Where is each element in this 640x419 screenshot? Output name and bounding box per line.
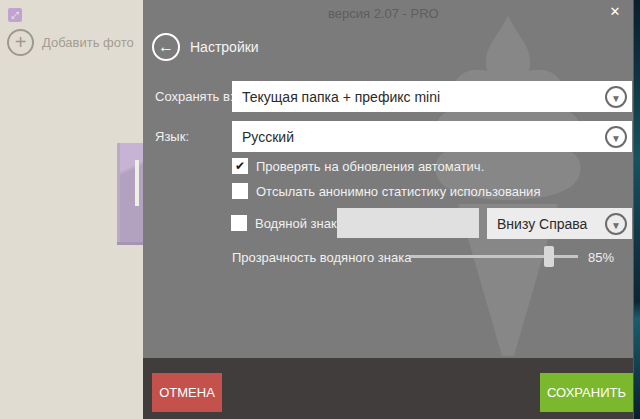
save-to-dropdown[interactable]: Текущая папка + префикс mini ▼	[232, 81, 632, 112]
watermark-label: Водяной знак	[255, 216, 337, 231]
bottom-action-bar: ОТМЕНА СОХРАНИТЬ	[143, 358, 633, 419]
window-title: версия 2.07 - PRO	[328, 6, 439, 21]
photo-thumbnail-detail	[135, 160, 139, 206]
chevron-down-icon: ▼	[605, 86, 627, 108]
transparency-slider-thumb[interactable]	[544, 246, 554, 267]
photo-thumbnail[interactable]	[117, 143, 143, 245]
cancel-button[interactable]: ОТМЕНА	[152, 373, 222, 412]
back-button[interactable]: ←	[152, 33, 180, 61]
desktop-background-strip	[633, 0, 640, 419]
check-updates-checkbox-row[interactable]: ✔ Проверять на обновления автоматич.	[232, 158, 484, 174]
watermark-position-value: Внизу Справа	[487, 216, 605, 232]
close-icon[interactable]: ✕	[603, 1, 627, 23]
watermark-text-input[interactable]	[337, 208, 479, 238]
watermark-checkbox-row[interactable]: Водяной знак	[231, 215, 337, 231]
transparency-label: Прозрачность водяного знака	[232, 250, 411, 265]
photo-sidebar: ⤢ + Добавить фото	[0, 0, 143, 419]
add-photo-label: Добавить фото	[42, 35, 134, 50]
checkbox-unchecked-icon[interactable]	[232, 183, 248, 199]
language-label: Язык:	[155, 129, 189, 144]
transparency-value: 85%	[588, 250, 614, 265]
language-dropdown[interactable]: Русский ▼	[232, 121, 632, 152]
send-stats-label: Отсылать анонимно статистику использован…	[256, 184, 540, 199]
checkbox-checked-icon[interactable]: ✔	[232, 158, 248, 174]
chevron-down-icon: ▼	[605, 213, 627, 235]
save-button[interactable]: СОХРАНИТЬ	[540, 373, 633, 412]
settings-panel: версия 2.07 - PRO ✕ ← Настройки Сохранят…	[143, 0, 633, 419]
add-photo-button[interactable]: + Добавить фото	[7, 29, 134, 56]
language-value: Русский	[232, 129, 605, 145]
app-window: ⤢ + Добавить фото версия 2.07 - PRO ✕ ← …	[0, 0, 640, 419]
save-to-value: Текущая папка + префикс mini	[232, 89, 605, 105]
watermark-position-dropdown[interactable]: Внизу Справа ▼	[487, 208, 632, 239]
page-title: Настройки	[190, 39, 259, 55]
resize-icon[interactable]: ⤢	[8, 8, 22, 22]
check-updates-label: Проверять на обновления автоматич.	[256, 159, 484, 174]
save-to-label: Сохранять в:	[155, 89, 234, 104]
chevron-down-icon: ▼	[605, 126, 627, 148]
checkbox-unchecked-icon[interactable]	[231, 215, 247, 231]
send-stats-checkbox-row[interactable]: Отсылать анонимно статистику использован…	[232, 183, 540, 199]
plus-icon: +	[7, 29, 34, 56]
